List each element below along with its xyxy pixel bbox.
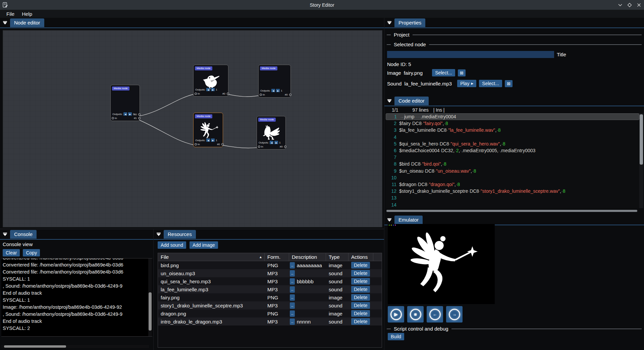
console-clear-button[interactable]: Clear xyxy=(3,249,20,256)
column-header[interactable]: Description xyxy=(289,253,326,261)
console-horizontal-scrollbar-thumb[interactable] xyxy=(4,345,66,348)
console-copy-button[interactable]: Copy xyxy=(23,249,40,256)
code-line[interactable]: 8$bird·DC8·"bird.qoi",·8 xyxy=(386,161,639,167)
node-output-port[interactable]: #0 xyxy=(134,113,141,116)
graph-node[interactable]: Media node Outputs: ◀ ▶ 1 In #0 xyxy=(258,65,291,98)
main-vertical-splitter[interactable] xyxy=(384,18,384,350)
code-line[interactable]: 4 xyxy=(386,134,639,140)
node-output-port[interactable]: #1 xyxy=(134,116,141,120)
edit-description-button[interactable]: .. xyxy=(290,310,295,317)
outputs-decrement-button[interactable]: ◀ xyxy=(270,141,273,144)
tab-properties[interactable]: Properties xyxy=(394,18,425,27)
code-line[interactable]: 9$un_oiseau·DC8·"un_oiseau.wav",·8 xyxy=(386,168,639,174)
code-line[interactable]: 5$qui_sera_le_hero·DC8·"qui_sera_le_hero… xyxy=(386,140,639,147)
code-line[interactable]: 12$story1_drako_luminelle_sceptre·DC8·"s… xyxy=(386,188,639,194)
console-resources-splitter[interactable] xyxy=(153,229,154,350)
delete-button[interactable]: Delete xyxy=(351,302,370,309)
resource-row[interactable]: qui_sera_le_hero.mp3 MP3 .. bbbbbb sound… xyxy=(158,277,382,285)
tab-node-editor[interactable]: Node editor xyxy=(10,18,44,27)
node-output-port[interactable]: #0 xyxy=(285,93,291,97)
add-sound-button[interactable]: Add sound xyxy=(158,241,186,249)
graph-node[interactable]: Media node Outputs: ◀ ▶ 1 In #0 xyxy=(193,113,223,147)
code-line[interactable]: 10 xyxy=(386,174,639,181)
collapse-emulator-icon[interactable] xyxy=(386,217,392,223)
console-vertical-scrollbar-thumb[interactable] xyxy=(149,292,152,331)
delete-button[interactable]: Delete xyxy=(351,318,370,325)
image-select-button[interactable]: Select... xyxy=(432,69,455,76)
outputs-increment-button[interactable]: ▶ xyxy=(276,89,280,92)
collapse-properties-icon[interactable] xyxy=(386,20,392,26)
code-line[interactable]: 6$mediaChoice0004·DC32,·2,·.mediaEntry00… xyxy=(386,147,639,154)
node-input-port[interactable]: In xyxy=(260,93,265,96)
code-horizontal-scrollbar[interactable] xyxy=(386,210,637,212)
graph-node[interactable]: Media node Outputs: ◀ ▶ 1 In #0 xyxy=(257,116,286,150)
code-vertical-scrollbar-thumb[interactable] xyxy=(640,114,643,165)
add-image-button[interactable]: Add image xyxy=(190,241,218,249)
resource-row[interactable]: bird.png PNG .. aaaaaaaaa image Delete xyxy=(158,261,382,269)
collapse-code-editor-icon[interactable] xyxy=(386,98,392,104)
sound-clear-button[interactable]: ⊠ xyxy=(505,80,513,87)
left-horizontal-splitter[interactable] xyxy=(0,229,384,229)
node-input-port[interactable]: In xyxy=(258,145,263,148)
minimize-button[interactable] xyxy=(617,2,623,8)
code-line[interactable]: 3$la_fee_luminelle·DC8·"la_fee_luminelle… xyxy=(386,127,639,133)
outputs-increment-button[interactable]: ▶ xyxy=(274,141,278,144)
outputs-decrement-button[interactable]: ◀ xyxy=(271,89,275,92)
node-canvas[interactable]: Media node Outputs: ◀ ▶ 2 In #0 #1 Media… xyxy=(3,30,382,227)
column-header[interactable]: Actions xyxy=(348,253,373,261)
code-horizontal-scrollbar-thumb[interactable] xyxy=(386,210,637,212)
column-header[interactable]: Type xyxy=(326,253,348,261)
tab-emulator[interactable]: Emulator xyxy=(394,216,423,224)
column-header[interactable]: Form. xyxy=(265,253,289,261)
step-forward-button[interactable]: → xyxy=(446,306,463,323)
node-output-port[interactable]: #0 xyxy=(222,92,229,96)
node-output-port[interactable]: #0 xyxy=(280,145,286,149)
code-text-area[interactable]: 1→jump····.mediaEntry00042$fairy·DC8·"fa… xyxy=(386,113,639,208)
outputs-decrement-button[interactable]: ◀ xyxy=(206,138,210,142)
resource-row[interactable]: dragon.png PNG .. image Delete xyxy=(158,309,382,317)
edit-description-button[interactable]: .. xyxy=(290,294,295,301)
resource-row[interactable]: fairy.png PNG .. image Delete xyxy=(158,293,382,301)
code-line[interactable]: 13 xyxy=(386,194,639,201)
tab-resources[interactable]: Resources xyxy=(164,230,196,239)
outputs-decrement-button[interactable]: ◀ xyxy=(206,88,210,91)
edit-description-button[interactable]: .. xyxy=(290,318,295,325)
resource-row[interactable]: la_fee_luminelle.mp3 MP3 .. sound Delete xyxy=(158,285,382,293)
graph-node[interactable]: Media node Outputs: ◀ ▶ 2 In #0 #1 xyxy=(110,85,140,121)
edit-description-button[interactable]: .. xyxy=(290,302,295,309)
sound-select-button[interactable]: Select... xyxy=(479,80,502,87)
outputs-increment-button[interactable]: ▶ xyxy=(211,138,215,142)
menu-file[interactable]: File xyxy=(3,11,17,17)
delete-button[interactable]: Delete xyxy=(351,286,370,293)
maximize-button[interactable] xyxy=(627,2,633,8)
outputs-increment-button[interactable]: ▶ xyxy=(128,112,132,116)
console-vertical-scrollbar[interactable] xyxy=(148,258,152,336)
code-line[interactable]: 2$fairy·DC8·"fairy.qoi",·8 xyxy=(386,120,639,127)
delete-button[interactable]: Delete xyxy=(351,270,370,277)
delete-button[interactable]: Delete xyxy=(351,310,370,317)
outputs-decrement-button[interactable]: ◀ xyxy=(123,112,127,116)
tab-console[interactable]: Console xyxy=(10,230,37,239)
close-button[interactable] xyxy=(636,2,642,8)
code-vertical-scrollbar[interactable] xyxy=(639,113,643,208)
code-line[interactable]: 14 xyxy=(386,201,639,208)
edit-description-button[interactable]: .. xyxy=(290,262,295,269)
edit-description-button[interactable]: .. xyxy=(290,278,295,285)
console-output[interactable]: Convertered file: /home/anthony/ostproj/… xyxy=(1,258,152,337)
resource-row[interactable]: story1_drako_luminelle_sceptre.mp3 MP3 .… xyxy=(158,301,382,309)
console-horizontal-scrollbar[interactable] xyxy=(1,345,149,348)
node-input-port[interactable]: In xyxy=(112,117,117,120)
title-input[interactable] xyxy=(387,51,554,58)
code-line[interactable]: 1→jump····.mediaEntry0004 xyxy=(386,113,639,120)
build-button[interactable]: Build xyxy=(388,333,404,340)
sound-play-button[interactable]: Play▶ xyxy=(457,80,476,87)
resource-row[interactable]: un_oiseau.mp3 MP3 .. sound Delete xyxy=(158,269,382,277)
collapse-node-editor-icon[interactable] xyxy=(2,20,8,26)
collapse-console-icon[interactable] xyxy=(2,231,8,237)
image-clear-button[interactable]: ⊠ xyxy=(458,69,466,76)
delete-button[interactable]: Delete xyxy=(351,262,370,269)
tab-code-editor[interactable]: Code editor xyxy=(394,97,429,105)
menu-help[interactable]: Help xyxy=(19,11,35,17)
code-line[interactable]: 7 xyxy=(386,154,639,161)
edit-description-button[interactable]: .. xyxy=(290,270,295,277)
